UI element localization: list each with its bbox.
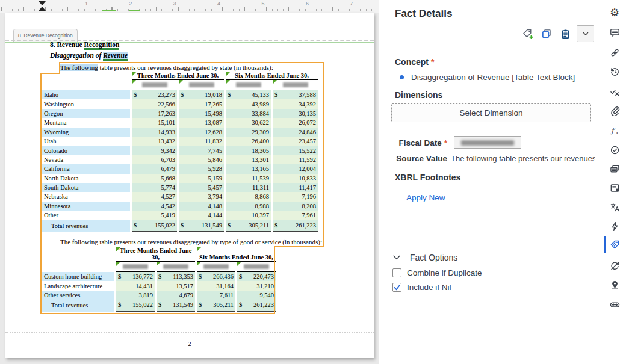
table-cell[interactable]: 4,542	[132, 202, 177, 211]
table-cell[interactable]: $261,223	[237, 300, 276, 311]
table-cell[interactable]: 30,135	[273, 109, 318, 118]
table-cell[interactable]: 31,210	[237, 281, 276, 290]
paragraph-by-service[interactable]: The following table presents our revenue…	[60, 238, 322, 245]
table-cell[interactable]: 10,397	[226, 211, 271, 220]
year-header[interactable]	[197, 262, 235, 272]
row-label[interactable]: Colorado	[42, 146, 130, 155]
clipboard-icon[interactable]	[558, 26, 572, 41]
concept-value[interactable]: Disaggregation of Revenue [Table Text Bl…	[400, 73, 575, 82]
table-cell[interactable]: 18,305	[226, 146, 271, 155]
document-panel-icon[interactable]	[609, 182, 620, 193]
row-label[interactable]: Landscape architecture	[42, 281, 114, 290]
table-cell[interactable]: $155,022	[116, 300, 155, 311]
table-cell[interactable]: 4,527	[132, 192, 177, 201]
row-label[interactable]: California	[42, 164, 130, 173]
formula-icon[interactable]: ƒx	[609, 125, 620, 136]
horizontal-ruler[interactable]: 1234567	[0, 0, 379, 13]
row-label[interactable]: Washington	[42, 99, 130, 108]
row-label[interactable]: Montana	[42, 118, 130, 127]
table-cell[interactable]: 13,165	[226, 164, 271, 173]
row-label[interactable]: Idaho	[42, 90, 130, 99]
apply-new-link[interactable]: Apply New	[406, 193, 445, 202]
year-header[interactable]	[132, 80, 177, 90]
period-group-header[interactable]: Three Months Ended June 30,	[132, 72, 224, 80]
year-header[interactable]	[273, 80, 318, 90]
year-header[interactable]	[179, 80, 224, 90]
fact-options-toggle[interactable]: Fact Options	[393, 253, 457, 262]
table-cell[interactable]: 8,208	[273, 202, 318, 211]
quick-actions-icon[interactable]	[609, 221, 620, 232]
translate-icon[interactable]	[609, 202, 620, 212]
period-group-header[interactable]: Three Months Ended June 30,	[116, 247, 195, 262]
indent-marker[interactable]	[39, 1, 46, 11]
table-cell[interactable]: 11,311	[226, 183, 271, 192]
table-cell[interactable]: 24,846	[273, 128, 318, 137]
table-cell[interactable]: $45,133	[226, 90, 271, 99]
table-cell[interactable]: 23,457	[273, 137, 318, 146]
paragraph-by-state[interactable]: The following table presents our revenue…	[60, 64, 273, 71]
row-label[interactable]: Minnesota	[42, 202, 130, 211]
table-cell[interactable]: $155,022	[132, 220, 177, 231]
duplicate-icon[interactable]	[539, 26, 554, 41]
table-cell[interactable]: 7,196	[273, 192, 318, 201]
table-cell[interactable]: 5,774	[132, 183, 177, 192]
table-cell[interactable]: $261,223	[273, 220, 318, 231]
subheading-tagged-text[interactable]: Revenue	[103, 52, 128, 61]
heading-tagged-text[interactable]: Recognition	[84, 41, 120, 50]
table-cell[interactable]: 14,933	[132, 128, 177, 137]
table-cell[interactable]: 15,498	[179, 109, 224, 118]
location-icon[interactable]	[609, 279, 620, 290]
selected-text[interactable]: The following	[60, 64, 98, 71]
period-group-header[interactable]: Six Months Ended June 30,	[226, 72, 318, 80]
table-cell[interactable]: 12,004	[273, 164, 318, 173]
table-cell[interactable]: $23,273	[132, 90, 177, 99]
fiscal-date-input[interactable]	[454, 136, 521, 149]
row-label[interactable]: South Dakota	[42, 183, 130, 192]
row-label[interactable]: Total revenues	[42, 220, 130, 231]
revenue-by-state-table[interactable]: Three Months Ended June 30,Six Months En…	[40, 72, 320, 232]
year-header[interactable]	[116, 262, 155, 272]
table-cell[interactable]: 4,679	[157, 291, 195, 300]
table-cell[interactable]: 15,101	[132, 118, 177, 127]
table-cell[interactable]: $136,772	[116, 272, 155, 281]
revenue-by-service-table[interactable]: Three Months Ended June 30,Six Months En…	[40, 247, 277, 312]
table-cell[interactable]: 5,668	[132, 174, 177, 183]
row-label[interactable]: Nevada	[42, 155, 130, 164]
more-actions-dropdown[interactable]	[577, 25, 594, 42]
table-cell[interactable]: 26,400	[226, 137, 271, 146]
table-cell[interactable]: 11,592	[273, 155, 318, 164]
table-cell[interactable]: 22,566	[132, 99, 177, 108]
table-cell[interactable]: 29,309	[226, 128, 271, 137]
row-label[interactable]: Other services	[42, 291, 114, 300]
row-label[interactable]: Other	[42, 211, 130, 220]
refresh-disabled-icon[interactable]	[609, 260, 620, 271]
table-cell[interactable]: 10,833	[273, 174, 318, 183]
table-cell[interactable]: $305,211	[197, 300, 235, 311]
table-cell[interactable]: 4,148	[179, 202, 224, 211]
table-cell[interactable]: 7,611	[197, 291, 235, 300]
table-cell[interactable]: 13,087	[179, 118, 224, 127]
table-cell[interactable]: 5,159	[179, 174, 224, 183]
xbrl-tag-icon[interactable]	[609, 239, 620, 250]
table-cell[interactable]: 17,265	[179, 99, 224, 108]
table-cell[interactable]: 5,419	[132, 211, 177, 220]
table-cell[interactable]: 31,164	[197, 281, 235, 290]
table-cell[interactable]: 6,479	[132, 164, 177, 173]
table-cell[interactable]: 8,988	[226, 202, 271, 211]
table-cell[interactable]: 6,703	[132, 155, 177, 164]
table-cell[interactable]: 13,432	[132, 137, 177, 146]
table-cell[interactable]: $131,549	[157, 300, 195, 311]
table-cell[interactable]: 12,628	[179, 128, 224, 137]
table-cell[interactable]: $131,549	[179, 220, 224, 231]
table-cell[interactable]: 5,928	[179, 164, 224, 173]
row-label[interactable]: Custom home building	[42, 272, 114, 281]
row-label[interactable]: Nebraska	[42, 192, 130, 201]
table-cell[interactable]: $266,436	[197, 272, 235, 281]
table-cell[interactable]: 7,745	[179, 146, 224, 155]
year-header[interactable]	[237, 262, 276, 272]
row-label[interactable]: Wyoming	[42, 128, 130, 137]
table-cell[interactable]: $37,588	[273, 90, 318, 99]
heading[interactable]: 8. Revenue Recognition	[50, 41, 119, 48]
table-cell[interactable]: 15,522	[273, 146, 318, 155]
table-cell[interactable]: 34,392	[273, 99, 318, 108]
